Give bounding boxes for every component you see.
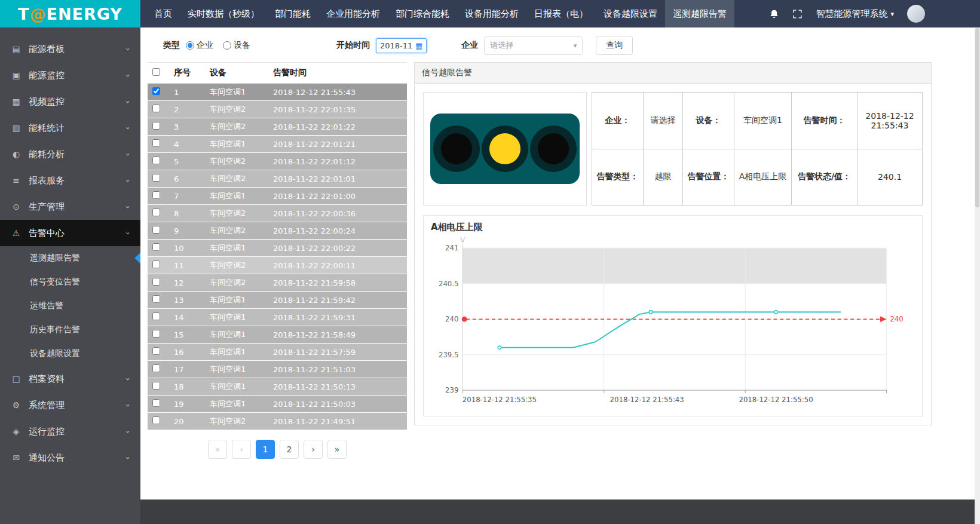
nav-item[interactable]: 日报表（电） [526,0,596,27]
table-row[interactable]: 19车间空调12018-11-22 21:50:03 [148,396,407,413]
fullscreen-icon[interactable] [792,9,803,19]
sidebar-item-energy-stats[interactable]: ▥能耗统计› [0,115,140,141]
row-checkbox[interactable] [152,122,160,130]
query-button[interactable]: 查询 [596,36,633,55]
sidebar-subitem[interactable]: 运维告警 [0,294,140,318]
svg-text:240.5: 240.5 [439,280,458,288]
row-checkbox[interactable] [152,174,160,182]
row-checkbox[interactable] [152,87,160,95]
table-row[interactable]: 9车间空调22018-11-22 22:00:24 [148,222,407,240]
page-nav-button[interactable]: ‹ [232,440,251,459]
traffic-light-middle [482,125,528,172]
page-number-button[interactable]: 1 [256,440,275,459]
system-name-dropdown[interactable]: 智慧能源管理系统▾ [816,8,894,20]
row-checkbox[interactable] [152,243,160,251]
nav-item[interactable]: 部门综合能耗 [388,0,457,27]
start-date-field[interactable]: ▦ [376,38,427,53]
radio-device-input[interactable] [223,41,231,50]
sidebar-subitem[interactable]: 遥测越限告警 [0,246,140,270]
radio-company[interactable]: 企业 [186,40,213,51]
table-row[interactable]: 1车间空调12018-12-12 21:55:43 [148,84,407,101]
table-cell: 2018-11-22 21:57:59 [268,344,407,361]
notification-bell-icon[interactable] [769,8,779,19]
table-cell: 2018-11-22 22:00:24 [268,222,407,240]
table-row[interactable]: 18车间空调12018-11-22 21:50:13 [148,378,407,396]
company-select[interactable]: 请选择 ▾ [484,36,583,55]
table-row[interactable]: 5车间空调22018-11-22 22:01:12 [148,153,407,170]
date-input[interactable] [380,41,412,50]
row-checkbox[interactable] [152,312,160,320]
select-all-checkbox[interactable] [152,68,160,76]
row-checkbox[interactable] [152,191,160,199]
sidebar-item-production[interactable]: ⊙生产管理› [0,194,140,220]
table-row[interactable]: 3车间空调22018-11-22 22:01:22 [148,118,407,136]
scrollbar-thumb[interactable] [975,28,979,207]
row-checkbox[interactable] [152,226,160,234]
row-checkbox[interactable] [152,278,160,286]
user-avatar[interactable] [907,5,925,23]
radio-company-input[interactable] [186,41,194,50]
sidebar-subitem[interactable]: 信号变位告警 [0,270,140,294]
table-row[interactable]: 13车间空调12018-11-22 21:59:42 [148,292,407,309]
table-row[interactable]: 4车间空调12018-11-22 22:01:21 [148,136,407,153]
row-checkbox[interactable] [152,382,160,390]
table-row[interactable]: 12车间空调22018-11-22 21:59:58 [148,274,407,292]
sidebar-item-report-service[interactable]: ≡报表服务› [0,167,140,194]
nav-item[interactable]: 设备越限设置 [596,0,665,27]
table-row[interactable]: 8车间空调22018-11-22 22:00:36 [148,205,407,222]
row-checkbox[interactable] [152,105,160,112]
sidebar-item-energy-monitor[interactable]: ▣能源监控› [0,62,140,88]
table-row[interactable]: 2车间空调22018-11-22 22:01:35 [148,101,407,118]
sidebar-item-alarm-center[interactable]: ⚠告警中心› [0,220,140,246]
energy-monitor-icon: ▣ [11,71,22,80]
table-row[interactable]: 14车间空调12018-11-22 21:59:31 [148,309,407,326]
sidebar-item-video-monitor[interactable]: ▦视频监控› [0,88,140,115]
table-row[interactable]: 16车间空调12018-11-22 21:57:59 [148,344,407,361]
calendar-icon[interactable]: ▦ [415,42,422,50]
table-row[interactable]: 10车间空调12018-11-22 22:00:22 [148,240,407,257]
table-cell: 13 [169,292,205,309]
table-row[interactable]: 17车间空调12018-11-22 21:51:03 [148,361,407,378]
row-checkbox[interactable] [152,416,160,424]
sidebar-item-notice[interactable]: ✉通知公告› [0,445,140,471]
nav-item[interactable]: 部门能耗 [267,0,318,27]
vertical-scrollbar[interactable] [975,27,980,524]
nav-item[interactable]: 企业用能分析 [318,0,388,27]
sidebar-item-system[interactable]: ⚙系统管理› [0,392,140,418]
sidebar-item-label: 能源看板 [29,44,120,55]
sidebar-item-archives[interactable]: □档案资料› [0,366,140,392]
nav-item[interactable]: 设备用能分析 [457,0,526,27]
table-row[interactable]: 6车间空调22018-11-22 22:01:01 [148,170,407,188]
radio-device[interactable]: 设备 [223,40,250,51]
page-nav-button[interactable]: « [208,440,227,459]
production-icon: ⊙ [11,202,22,212]
row-checkbox[interactable] [152,364,160,372]
sidebar-item-operation-monitor[interactable]: ◈运行监控› [0,418,140,445]
table-row[interactable]: 11车间空调22018-11-22 22:00:11 [148,257,407,274]
page-number-button[interactable]: 2 [280,440,299,459]
row-checkbox[interactable] [152,295,160,303]
row-checkbox[interactable] [152,347,160,355]
row-checkbox[interactable] [152,209,160,216]
archive-icon: □ [11,374,22,384]
page-nav-button[interactable]: › [304,440,323,459]
row-checkbox[interactable] [152,157,160,164]
sidebar-subitem[interactable]: 历史事件告警 [0,318,140,342]
nav-item[interactable]: 首页 [146,0,180,27]
page-nav-button[interactable]: » [327,440,347,459]
table-row[interactable]: 7车间空调12018-11-22 22:01:00 [148,188,407,205]
sidebar-item-dashboard[interactable]: ▤能源看板› [0,36,140,62]
sidebar-subitem[interactable]: 设备越限设置 [0,342,140,366]
table-cell: 车间空调1 [205,240,268,257]
sidebar-item-energy-analysis[interactable]: ◐能耗分析› [0,141,140,167]
row-checkbox[interactable] [152,330,160,338]
table-row[interactable]: 20车间空调22018-11-22 21:49:51 [148,413,407,430]
row-checkbox[interactable] [152,139,160,147]
info-value: 请选择 [644,93,683,149]
nav-item[interactable]: 实时数据（秒级） [180,0,267,27]
nav-item[interactable]: 遥测越限告警 [665,0,734,27]
row-checkbox[interactable] [152,399,160,407]
col-header-device: 设备 [205,63,268,84]
row-checkbox[interactable] [152,261,160,268]
table-row[interactable]: 15车间空调12018-11-22 21:58:49 [148,326,407,344]
